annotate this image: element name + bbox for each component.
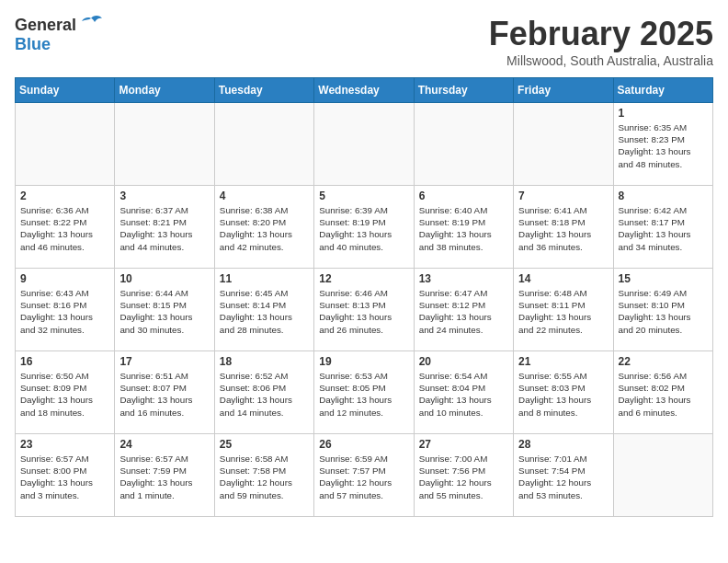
day-info-15: Sunrise: 6:49 AM Sunset: 8:10 PM Dayligh…	[619, 287, 708, 336]
day-cell-28: 28Sunrise: 7:01 AM Sunset: 7:54 PM Dayli…	[514, 434, 613, 517]
day-number-15: 15	[619, 272, 708, 285]
day-number-25: 25	[220, 438, 309, 451]
day-info-14: Sunrise: 6:48 AM Sunset: 8:11 PM Dayligh…	[518, 287, 608, 336]
empty-cell	[214, 103, 313, 186]
day-cell-2: 2Sunrise: 6:36 AM Sunset: 8:22 PM Daylig…	[16, 186, 115, 269]
day-cell-9: 9Sunrise: 6:43 AM Sunset: 8:16 PM Daylig…	[16, 269, 115, 351]
day-cell-13: 13Sunrise: 6:47 AM Sunset: 8:12 PM Dayli…	[414, 269, 513, 351]
day-number-23: 23	[20, 438, 109, 451]
day-number-2: 2	[20, 190, 109, 202]
day-info-22: Sunrise: 6:56 AM Sunset: 8:02 PM Dayligh…	[619, 370, 708, 419]
day-info-20: Sunrise: 6:54 AM Sunset: 8:04 PM Dayligh…	[419, 370, 508, 419]
empty-cell	[514, 103, 613, 186]
day-number-21: 21	[518, 355, 608, 368]
empty-cell	[16, 103, 115, 186]
day-cell-22: 22Sunrise: 6:56 AM Sunset: 8:02 PM Dayli…	[613, 351, 712, 434]
day-number-27: 27	[419, 438, 508, 451]
empty-cell	[314, 103, 414, 186]
day-cell-24: 24Sunrise: 6:57 AM Sunset: 7:59 PM Dayli…	[115, 434, 214, 517]
day-info-12: Sunrise: 6:46 AM Sunset: 8:13 PM Dayligh…	[319, 287, 408, 336]
day-cell-14: 14Sunrise: 6:48 AM Sunset: 8:11 PM Dayli…	[514, 269, 613, 351]
logo: General Blue	[15, 15, 104, 54]
day-number-20: 20	[419, 355, 508, 368]
day-cell-11: 11Sunrise: 6:45 AM Sunset: 8:14 PM Dayli…	[214, 269, 313, 351]
day-cell-1: 1Sunrise: 6:35 AM Sunset: 8:23 PM Daylig…	[613, 103, 712, 186]
day-cell-25: 25Sunrise: 6:58 AM Sunset: 7:58 PM Dayli…	[214, 434, 313, 517]
day-cell-10: 10Sunrise: 6:44 AM Sunset: 8:15 PM Dayli…	[115, 269, 214, 351]
day-number-19: 19	[319, 355, 408, 368]
day-number-9: 9	[20, 272, 109, 285]
day-number-24: 24	[119, 438, 209, 451]
day-number-8: 8	[619, 190, 708, 202]
day-number-4: 4	[220, 190, 309, 202]
day-info-18: Sunrise: 6:52 AM Sunset: 8:06 PM Dayligh…	[220, 370, 309, 419]
week-row-0: 1Sunrise: 6:35 AM Sunset: 8:23 PM Daylig…	[16, 103, 713, 186]
day-number-6: 6	[419, 190, 508, 202]
weekday-header-row: SundayMondayTuesdayWednesdayThursdayFrid…	[16, 78, 713, 103]
day-info-23: Sunrise: 6:57 AM Sunset: 8:00 PM Dayligh…	[20, 453, 109, 501]
calendar-table: SundayMondayTuesdayWednesdayThursdayFrid…	[15, 77, 713, 517]
day-cell-27: 27Sunrise: 7:00 AM Sunset: 7:56 PM Dayli…	[414, 434, 513, 517]
day-number-22: 22	[619, 355, 708, 368]
day-info-10: Sunrise: 6:44 AM Sunset: 8:15 PM Dayligh…	[119, 287, 209, 336]
title-block: February 2025 Millswood, South Australia…	[489, 15, 713, 68]
day-number-28: 28	[518, 438, 608, 451]
day-number-3: 3	[119, 190, 209, 202]
weekday-friday: Friday	[514, 78, 613, 103]
week-row-4: 23Sunrise: 6:57 AM Sunset: 8:00 PM Dayli…	[16, 434, 713, 517]
empty-cell	[613, 434, 712, 517]
day-number-12: 12	[319, 272, 408, 285]
day-cell-23: 23Sunrise: 6:57 AM Sunset: 8:00 PM Dayli…	[16, 434, 115, 517]
day-info-28: Sunrise: 7:01 AM Sunset: 7:54 PM Dayligh…	[518, 453, 608, 501]
day-number-5: 5	[319, 190, 408, 202]
day-info-2: Sunrise: 6:36 AM Sunset: 8:22 PM Dayligh…	[20, 204, 109, 253]
weekday-sunday: Sunday	[16, 78, 115, 103]
day-cell-18: 18Sunrise: 6:52 AM Sunset: 8:06 PM Dayli…	[214, 351, 313, 434]
day-number-26: 26	[319, 438, 408, 451]
day-info-19: Sunrise: 6:53 AM Sunset: 8:05 PM Dayligh…	[319, 370, 408, 419]
day-number-11: 11	[220, 272, 309, 285]
day-number-17: 17	[119, 355, 209, 368]
day-info-1: Sunrise: 6:35 AM Sunset: 8:23 PM Dayligh…	[619, 121, 708, 170]
day-cell-20: 20Sunrise: 6:54 AM Sunset: 8:04 PM Dayli…	[414, 351, 513, 434]
logo-general: General	[15, 16, 76, 35]
day-info-16: Sunrise: 6:50 AM Sunset: 8:09 PM Dayligh…	[20, 370, 109, 419]
logo-blue: Blue	[15, 35, 51, 54]
day-number-14: 14	[518, 272, 608, 285]
day-cell-12: 12Sunrise: 6:46 AM Sunset: 8:13 PM Dayli…	[314, 269, 414, 351]
day-info-8: Sunrise: 6:42 AM Sunset: 8:17 PM Dayligh…	[619, 204, 708, 253]
day-info-5: Sunrise: 6:39 AM Sunset: 8:19 PM Dayligh…	[319, 204, 408, 253]
weekday-wednesday: Wednesday	[314, 78, 414, 103]
day-info-7: Sunrise: 6:41 AM Sunset: 8:18 PM Dayligh…	[518, 204, 608, 253]
day-info-17: Sunrise: 6:51 AM Sunset: 8:07 PM Dayligh…	[119, 370, 209, 419]
day-info-11: Sunrise: 6:45 AM Sunset: 8:14 PM Dayligh…	[220, 287, 309, 336]
day-info-26: Sunrise: 6:59 AM Sunset: 7:57 PM Dayligh…	[319, 453, 408, 501]
empty-cell	[115, 103, 214, 186]
day-number-1: 1	[619, 107, 708, 120]
day-number-7: 7	[518, 190, 608, 202]
day-number-13: 13	[419, 272, 508, 285]
day-cell-4: 4Sunrise: 6:38 AM Sunset: 8:20 PM Daylig…	[214, 186, 313, 269]
weekday-monday: Monday	[115, 78, 214, 103]
day-cell-19: 19Sunrise: 6:53 AM Sunset: 8:05 PM Dayli…	[314, 351, 414, 434]
calendar-body: 1Sunrise: 6:35 AM Sunset: 8:23 PM Daylig…	[16, 103, 713, 517]
week-row-3: 16Sunrise: 6:50 AM Sunset: 8:09 PM Dayli…	[16, 351, 713, 434]
day-cell-5: 5Sunrise: 6:39 AM Sunset: 8:19 PM Daylig…	[314, 186, 414, 269]
empty-cell	[414, 103, 513, 186]
day-info-9: Sunrise: 6:43 AM Sunset: 8:16 PM Dayligh…	[20, 287, 109, 336]
day-number-16: 16	[20, 355, 109, 368]
week-row-2: 9Sunrise: 6:43 AM Sunset: 8:16 PM Daylig…	[16, 269, 713, 351]
day-info-25: Sunrise: 6:58 AM Sunset: 7:58 PM Dayligh…	[220, 453, 309, 501]
day-info-24: Sunrise: 6:57 AM Sunset: 7:59 PM Dayligh…	[119, 453, 209, 501]
month-title: February 2025	[489, 15, 713, 53]
day-info-3: Sunrise: 6:37 AM Sunset: 8:21 PM Dayligh…	[119, 204, 209, 253]
day-info-6: Sunrise: 6:40 AM Sunset: 8:19 PM Dayligh…	[419, 204, 508, 253]
day-cell-6: 6Sunrise: 6:40 AM Sunset: 8:19 PM Daylig…	[414, 186, 513, 269]
logo-bird-icon	[78, 15, 104, 35]
day-cell-15: 15Sunrise: 6:49 AM Sunset: 8:10 PM Dayli…	[613, 269, 712, 351]
day-info-21: Sunrise: 6:55 AM Sunset: 8:03 PM Dayligh…	[518, 370, 608, 419]
day-cell-17: 17Sunrise: 6:51 AM Sunset: 8:07 PM Dayli…	[115, 351, 214, 434]
day-info-4: Sunrise: 6:38 AM Sunset: 8:20 PM Dayligh…	[220, 204, 309, 253]
day-number-18: 18	[220, 355, 309, 368]
day-cell-26: 26Sunrise: 6:59 AM Sunset: 7:57 PM Dayli…	[314, 434, 414, 517]
